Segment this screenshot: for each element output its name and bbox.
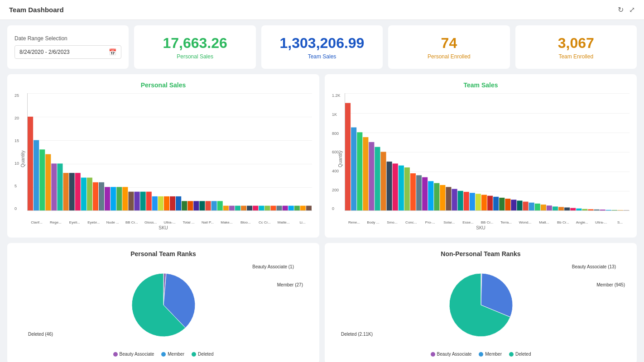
svg-rect-49 — [351, 128, 356, 211]
svg-rect-60 — [416, 176, 422, 211]
svg-rect-72 — [487, 196, 493, 210]
svg-rect-92 — [606, 210, 611, 210]
personal-sales-x-labels: Clarif...Rege...Eyeli...Eyebr...Nude ...… — [27, 220, 312, 224]
refresh-icon[interactable]: ↻ — [618, 5, 624, 14]
svg-rect-21 — [152, 196, 158, 210]
svg-rect-73 — [493, 197, 499, 210]
svg-rect-54 — [381, 152, 386, 211]
team-sales-label: Team Sales — [270, 53, 374, 60]
svg-rect-66 — [452, 189, 457, 211]
svg-rect-16 — [122, 187, 128, 211]
personal-sales-y-label: Quantity — [20, 151, 25, 167]
nonpersonal-legend-beauty: Beauty Associate — [431, 352, 472, 357]
svg-rect-39 — [259, 206, 264, 210]
calendar-icon[interactable]: 📅 — [109, 48, 116, 56]
team-sales-y-label: Quantity — [338, 151, 343, 167]
personal-enrolled-card: 74 Personal Enrolled — [388, 25, 509, 69]
svg-rect-24 — [170, 196, 175, 210]
app-container: Team Dashboard ↻ ⤢ Date Range Selection … — [0, 0, 644, 362]
main-content: Date Range Selection 8/24/2020 - 2/6/202… — [0, 20, 644, 362]
np-member-dot — [479, 352, 483, 357]
svg-rect-78 — [523, 202, 529, 210]
svg-rect-47 — [306, 206, 312, 210]
svg-rect-79 — [529, 203, 534, 210]
svg-rect-17 — [128, 192, 134, 210]
np-beauty-associate-dot — [431, 352, 435, 357]
team-enrolled-label: Team Enrolled — [524, 53, 628, 60]
svg-rect-81 — [541, 205, 546, 210]
svg-rect-15 — [116, 187, 122, 211]
svg-rect-77 — [517, 201, 522, 211]
svg-rect-38 — [253, 206, 258, 210]
svg-rect-51 — [363, 137, 368, 210]
svg-rect-20 — [146, 192, 152, 210]
svg-rect-36 — [241, 206, 246, 210]
svg-rect-61 — [422, 177, 428, 210]
expand-icon[interactable]: ⤢ — [629, 5, 635, 14]
date-range-value: 8/24/2020 - 2/6/2023 — [19, 49, 70, 55]
team-sales-chart-area: 1.2K 1K 800 600 400 200 0 — [345, 93, 630, 211]
svg-rect-70 — [476, 194, 481, 211]
svg-rect-57 — [399, 166, 404, 210]
personal-legend-beauty: Beauty Associate — [113, 352, 154, 357]
svg-rect-37 — [247, 206, 252, 210]
svg-rect-31 — [211, 201, 217, 211]
svg-rect-2 — [39, 150, 45, 211]
date-range-card: Date Range Selection 8/24/2020 - 2/6/202… — [7, 25, 129, 69]
svg-rect-64 — [440, 185, 445, 210]
svg-rect-43 — [283, 206, 288, 210]
svg-rect-5 — [57, 164, 62, 211]
personal-sales-chart-title: Personal Sales — [14, 81, 312, 89]
svg-rect-75 — [505, 199, 510, 210]
svg-rect-87 — [576, 209, 582, 210]
nonpersonal-legend-member: Member — [479, 352, 502, 357]
svg-rect-42 — [277, 206, 282, 210]
svg-rect-3 — [45, 154, 51, 210]
personal-pie-legend: Beauty Associate Member Deleted — [14, 352, 312, 357]
svg-rect-23 — [164, 196, 169, 210]
personal-legend-member: Member — [161, 352, 184, 357]
svg-rect-9 — [81, 178, 87, 211]
nonpersonal-beauty-label: Beauty Associate (13) — [572, 264, 616, 269]
team-sales-x-labels: Rene...Body ...Smo...Conc...Pro-...Solar… — [345, 220, 630, 224]
svg-rect-85 — [564, 208, 570, 211]
personal-legend-deleted: Deleted — [192, 352, 213, 357]
non-personal-team-ranks-title: Non-Personal Team Ranks — [332, 250, 630, 257]
svg-rect-84 — [558, 207, 564, 211]
svg-rect-69 — [470, 193, 475, 211]
team-sales-value: 1,303,206.99 — [270, 34, 374, 52]
svg-rect-7 — [69, 173, 75, 210]
svg-rect-63 — [434, 183, 439, 210]
team-sales-card: 1,303,206.99 Team Sales — [261, 25, 383, 69]
page-title: Team Dashboard — [9, 6, 64, 14]
pie-charts-row: Personal Team Ranks Beauty Associate (1)… — [7, 243, 637, 362]
personal-enrolled-label: Personal Enrolled — [397, 53, 500, 60]
svg-rect-74 — [499, 198, 505, 210]
svg-rect-48 — [345, 103, 351, 210]
svg-rect-10 — [87, 178, 92, 211]
svg-rect-76 — [511, 200, 516, 211]
nonpersonal-deleted-label: Deleted (2.11K) — [341, 332, 373, 337]
svg-rect-32 — [217, 201, 223, 211]
svg-rect-88 — [582, 209, 587, 210]
date-range-input[interactable]: 8/24/2020 - 2/6/2023 📅 — [14, 45, 121, 59]
svg-rect-82 — [547, 206, 552, 211]
svg-rect-55 — [387, 162, 392, 210]
svg-rect-44 — [288, 206, 294, 210]
personal-pie-chart — [127, 269, 200, 341]
stats-row: Date Range Selection 8/24/2020 - 2/6/202… — [7, 25, 637, 69]
personal-sales-card: 17,663.26 Personal Sales — [134, 25, 255, 69]
svg-rect-90 — [594, 210, 600, 210]
member-dot — [161, 352, 166, 357]
svg-rect-8 — [75, 173, 81, 210]
svg-rect-22 — [158, 196, 163, 210]
np-deleted-dot — [509, 352, 514, 357]
svg-rect-40 — [264, 206, 270, 210]
svg-rect-30 — [206, 201, 211, 211]
svg-rect-67 — [458, 191, 463, 210]
svg-rect-41 — [270, 206, 276, 210]
team-sales-chart-card: Team Sales Quantity 1.2K 1K 800 600 400 … — [325, 74, 637, 238]
date-range-label: Date Range Selection — [14, 35, 121, 42]
svg-rect-26 — [182, 201, 187, 211]
team-enrolled-card: 3,067 Team Enrolled — [515, 25, 637, 69]
